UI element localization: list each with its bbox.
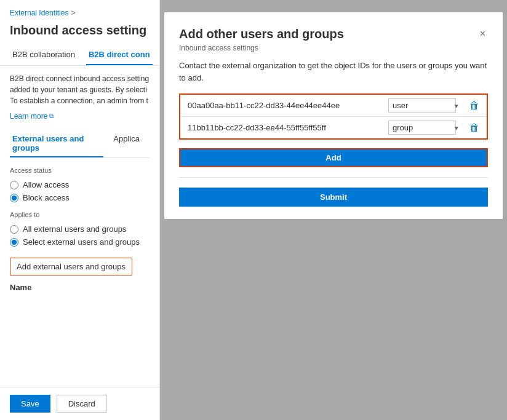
tab-b2b-direct[interactable]: B2B direct conn [86, 45, 153, 65]
bottom-bar: Save Discard [0, 387, 159, 420]
modal-description: Contact the external organization to get… [179, 60, 488, 84]
modal-dialog: Add other users and groups × Inbound acc… [164, 12, 503, 219]
panel-content: B2B direct connect inbound access settin… [0, 66, 159, 387]
main-tabs: B2B collaboration B2B direct conn [0, 45, 159, 66]
select-external-radio[interactable] [10, 238, 18, 247]
allow-access-label: Allow access [23, 180, 69, 189]
entry-type-wrapper-2: user group [388, 121, 462, 135]
tab-b2b-collab[interactable]: B2B collaboration [10, 45, 78, 65]
entry-type-select-1[interactable]: user group [388, 98, 456, 113]
all-external-label: All external users and groups [23, 224, 126, 234]
block-access-radio[interactable] [10, 194, 18, 202]
breadcrumb: External Identities > [10, 9, 150, 17]
breadcrumb-link[interactable]: External Identities [10, 9, 68, 17]
save-button[interactable]: Save [10, 395, 50, 413]
trash-icon-1: 🗑 [469, 100, 479, 111]
all-external-radio[interactable] [10, 225, 18, 234]
select-external-label: Select external users and groups [23, 237, 140, 247]
section-tabs: External users and groups Applica [10, 130, 150, 158]
breadcrumb-separator: > [71, 9, 75, 17]
entry-input-1[interactable] [185, 100, 383, 111]
entry-row-1: user group 🗑 [180, 95, 487, 117]
modal-header: Add other users and groups × [179, 27, 488, 41]
learn-more-link[interactable]: Learn more ⧉ [10, 112, 54, 121]
block-access-label: Block access [23, 193, 70, 202]
panel-description: B2B direct connect inbound access settin… [10, 73, 150, 106]
entries-container: user group 🗑 user group 🗑 [179, 93, 488, 140]
entry-type-select-2[interactable]: user group [388, 121, 456, 135]
add-entry-button[interactable]: Add [179, 148, 488, 167]
applies-to-group: All external users and groups Select ext… [10, 224, 150, 247]
entry-row-2: user group 🗑 [180, 117, 487, 138]
page-title: Inbound access setting [0, 21, 159, 45]
discard-button[interactable]: Discard [57, 395, 107, 413]
all-external-option[interactable]: All external users and groups [10, 224, 150, 234]
add-external-button[interactable]: Add external users and groups [10, 258, 132, 275]
applies-to-label: Applies to [10, 211, 150, 218]
modal-subtitle: Inbound access settings [179, 44, 488, 52]
block-access-option[interactable]: Block access [10, 193, 150, 202]
allow-access-radio[interactable] [10, 181, 18, 189]
modal-divider [179, 177, 488, 178]
section-tab-external-users[interactable]: External users and groups [10, 130, 103, 157]
delete-entry-2-button[interactable]: 🗑 [467, 121, 482, 135]
entry-type-wrapper-1: user group [388, 98, 462, 113]
name-column-label: Name [10, 283, 150, 292]
breadcrumb-area: External Identities > [0, 0, 159, 21]
submit-button[interactable]: Submit [179, 188, 488, 207]
allow-access-option[interactable]: Allow access [10, 180, 150, 189]
delete-entry-1-button[interactable]: 🗑 [467, 99, 482, 113]
modal-title: Add other users and groups [179, 27, 344, 41]
entry-input-2[interactable] [185, 122, 383, 133]
learn-more-text: Learn more [10, 112, 47, 121]
modal-close-button[interactable]: × [477, 27, 488, 41]
access-status-group: Allow access Block access [10, 180, 150, 202]
modal-overlay: Add other users and groups × Inbound acc… [160, 0, 507, 420]
access-status-label: Access status [10, 167, 150, 174]
trash-icon-2: 🗑 [469, 122, 479, 133]
external-link-icon: ⧉ [49, 113, 54, 120]
select-external-option[interactable]: Select external users and groups [10, 237, 150, 247]
section-tab-applications[interactable]: Applica [111, 130, 142, 157]
left-panel: External Identities > Inbound access set… [0, 0, 160, 420]
